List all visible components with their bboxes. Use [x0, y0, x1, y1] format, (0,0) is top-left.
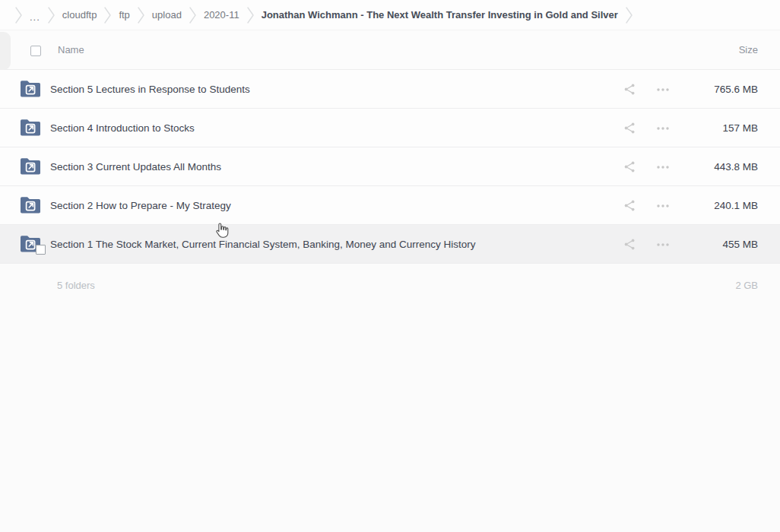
shared-folder-icon[interactable]	[20, 117, 41, 137]
column-header-name[interactable]: Name	[58, 30, 84, 70]
breadcrumb-current-folder[interactable]: Jonathan Wichmann - The Next Wealth Tran…	[262, 9, 618, 21]
file-list: Section 5 Lectures in Response to Studen…	[0, 70, 780, 264]
folder-size: 455 MB	[722, 225, 758, 264]
total-size-label: 2 GB	[735, 264, 758, 308]
folder-size: 765.6 MB	[714, 70, 758, 109]
folder-name[interactable]: Section 3 Current Updates All Months	[50, 147, 221, 186]
share-icon[interactable]	[623, 160, 636, 173]
row-select-checkbox[interactable]	[36, 245, 46, 255]
more-actions-icon[interactable]	[656, 122, 670, 135]
chevron-right-icon	[104, 7, 111, 24]
folder-row[interactable]: Section 1 The Stock Market, Current Fina…	[0, 225, 780, 264]
share-icon[interactable]	[623, 238, 636, 251]
chevron-right-icon	[189, 7, 196, 24]
select-all-checkbox[interactable]	[30, 46, 41, 56]
folder-size: 240.1 MB	[714, 186, 758, 225]
folder-row[interactable]: Section 3 Current Updates All Months 443…	[0, 147, 780, 186]
breadcrumb: ... cloudftp ftp upload 2020-11 Jonathan…	[0, 0, 780, 30]
more-actions-icon[interactable]	[656, 161, 670, 173]
folder-row[interactable]: Section 5 Lectures in Response to Studen…	[0, 70, 780, 109]
folder-name[interactable]: Section 5 Lectures in Response to Studen…	[50, 70, 250, 109]
share-icon[interactable]	[623, 199, 636, 212]
breadcrumb-item-upload[interactable]: upload	[152, 9, 182, 21]
chevron-right-icon	[247, 7, 254, 24]
shared-folder-icon[interactable]	[20, 156, 41, 176]
share-icon[interactable]	[623, 122, 636, 135]
file-list-footer: 5 folders 2 GB	[0, 264, 780, 308]
folder-name[interactable]: Section 2 How to Prepare - My Strategy	[50, 186, 231, 225]
breadcrumb-item-ftp[interactable]: ftp	[119, 9, 129, 21]
folder-size: 443.8 MB	[714, 147, 758, 186]
left-panel-handle[interactable]	[0, 32, 11, 70]
chevron-right-icon	[138, 7, 144, 24]
file-list-header: Name Size	[0, 30, 780, 70]
more-actions-icon[interactable]	[656, 84, 670, 96]
folder-name[interactable]: Section 1 The Stock Market, Current Fina…	[50, 225, 476, 264]
breadcrumb-item-2020-11[interactable]: 2020-11	[204, 9, 239, 21]
chevron-right-icon	[15, 7, 22, 24]
shared-folder-icon[interactable]	[20, 78, 41, 98]
more-actions-icon[interactable]	[656, 200, 670, 212]
chevron-right-icon	[48, 7, 55, 24]
folder-row[interactable]: Section 4 Introduction to Stocks 157 MB	[0, 109, 780, 147]
chevron-right-icon	[626, 7, 633, 24]
column-header-size[interactable]: Size	[739, 30, 758, 70]
share-icon[interactable]	[623, 83, 636, 96]
folder-count-label: 5 folders	[57, 264, 95, 308]
shared-folder-icon[interactable]	[20, 195, 41, 214]
folder-size: 157 MB	[722, 109, 758, 147]
breadcrumb-item-ellipsis[interactable]: ...	[30, 11, 40, 23]
folder-name[interactable]: Section 4 Introduction to Stocks	[50, 109, 195, 147]
folder-row[interactable]: Section 2 How to Prepare - My Strategy 2…	[0, 186, 780, 225]
breadcrumb-item-cloudftp[interactable]: cloudftp	[62, 9, 97, 21]
more-actions-icon[interactable]	[656, 239, 670, 251]
